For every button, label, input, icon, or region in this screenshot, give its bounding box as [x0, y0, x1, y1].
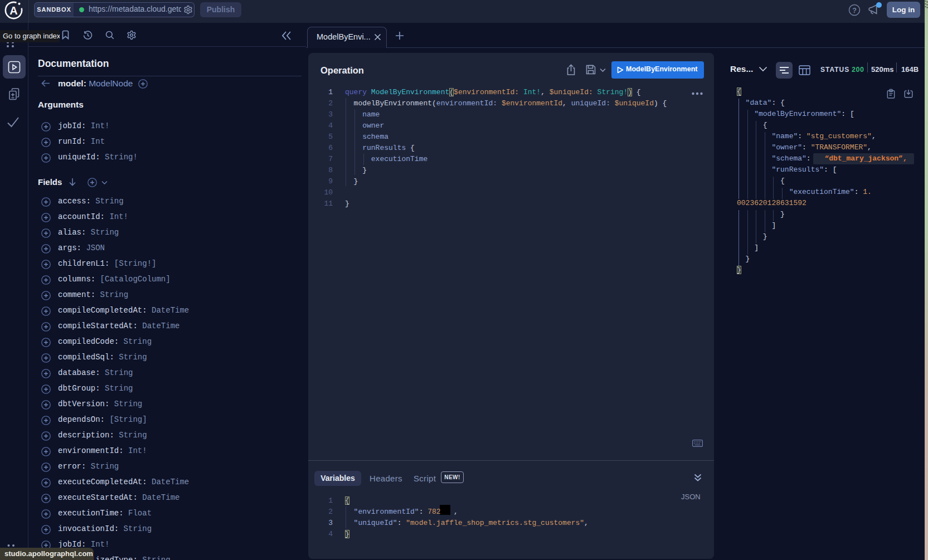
svg-text:?: ?: [852, 7, 857, 14]
svg-text:A: A: [9, 4, 17, 17]
